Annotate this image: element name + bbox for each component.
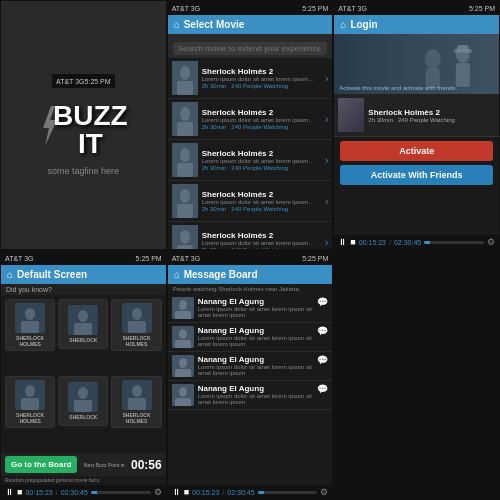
player-progress-bar[interactable] [424,241,484,244]
duration-4: 2h 30min [202,247,227,249]
movie-title-2: Sherlock Holmés 2 [202,149,321,158]
movie-desc-3: Lorem ipsum dolor sit amet lorem ipsum… [202,199,321,205]
movie-thumbnail-4 [172,225,198,249]
grid-movie-item-4[interactable]: SHERLOCK [58,376,108,426]
reply-icon-1[interactable]: 💬 [317,326,328,336]
message-name-2: Nanang El Agung [198,355,314,364]
svg-point-28 [25,308,35,320]
time-text: 5:25 PM [302,5,328,12]
svg-rect-29 [21,321,39,333]
pause-icon[interactable]: ⏸ [338,237,347,247]
pause-icon[interactable]: ⏸ [5,487,14,497]
login-header: ⌂ Login [334,15,499,34]
settings-icon[interactable]: ⚙ [487,237,495,247]
watching-4: 240 People Watching [231,247,288,249]
reply-icon-2[interactable]: 💬 [317,355,328,365]
stop-icon[interactable]: ■ [17,487,22,497]
message-player-bar: ⏸ ■ 00:15:23 / 02:30:45 ⚙ [168,485,333,499]
buzzit-tagline: some tagline here [39,166,128,176]
movie-arrow-icon-2: › [325,155,328,166]
svg-point-52 [179,358,187,368]
duration-0: 2h 30min [202,83,227,89]
login-player-bar: ⏸ ■ 00:15:23 / 02:30:45 ⚙ [334,235,499,249]
svg-point-37 [25,385,35,397]
time-separator: / [389,239,391,246]
grid-movie-item-2[interactable]: SHERLOCK HOLMES [111,299,161,351]
home-icon: ⌂ [340,19,346,30]
movie-list-item[interactable]: Sherlock Holmés 2 Lorem ipsum dolor sit … [168,181,333,222]
player-progress-bar[interactable] [258,491,318,494]
player-total-time: 02:30:45 [394,239,421,246]
message-avatar-1 [172,326,194,348]
svg-rect-32 [74,323,92,335]
svg-rect-6 [177,122,193,136]
select-movie-panel: AT&T 3G 5:25 PM ⌂ Select Movie Sherlock … [167,0,334,250]
stop-icon[interactable]: ■ [350,237,355,247]
movie-list-item[interactable]: Sherlock Holmés 2 Lorem ipsum dolor sit … [168,99,333,140]
movie-info-1: Sherlock Holmés 2 Lorem ipsum dolor sit … [202,108,321,130]
next-buzz-label: Next Buzz Point in [80,462,128,468]
svg-rect-24 [456,63,470,87]
movie-list-item[interactable]: Sherlock Holmés 2 Lorem ipsum dolor sit … [168,58,333,99]
message-text-3: Lorem ipsum dolor sit amet lorem ipsum s… [198,393,314,405]
duration-1: 2h 30min [202,124,227,130]
movie-grid: SHERLOCK HOLMES SHERLOCK SHERLOCK HOLMES [1,295,166,453]
svg-rect-15 [177,245,193,249]
svg-rect-41 [74,400,92,412]
time-text: 5:25 PM [85,78,111,85]
movie-thumbnail-2 [172,143,198,177]
home-icon: ⌂ [174,19,180,30]
svg-rect-38 [21,398,39,410]
grid-movie-title-5: SHERLOCK HOLMES [115,412,157,424]
movie-list-item[interactable]: Sherlock Holmés 2 Lorem ipsum dolor sit … [168,222,333,249]
login-movie-info: Sherlock Holmés 2 2h 30min 240 People Wa… [368,108,455,123]
svg-point-40 [78,387,88,399]
svg-point-11 [180,189,190,203]
settings-icon[interactable]: ⚙ [320,487,328,497]
activate-button[interactable]: Activate [340,141,493,161]
time-text: 5:25 PM [302,255,328,262]
login-movie-card: Sherlock Holmés 2 2h 30min 240 People Wa… [334,94,499,137]
buzz-text: BUZZ [53,102,128,130]
login-movie-meta: 2h 30min 240 People Watching [368,117,455,123]
login-hero-caption: Activate this movie and activate with fr… [339,85,457,91]
grid-movie-title-3: SHERLOCK HOLMES [9,412,51,424]
grid-movie-title-0: SHERLOCK HOLMES [9,335,51,347]
svg-point-34 [132,308,142,320]
carrier-text: AT&T 3G [338,5,367,12]
player-progress-bar[interactable] [91,491,151,494]
activate-friends-button[interactable]: Activate With Friends [340,165,493,185]
grid-movie-item-0[interactable]: SHERLOCK HOLMES [5,299,55,351]
svg-rect-3 [177,81,193,95]
svg-rect-50 [175,340,191,348]
message-list: Nanang El Agung Lorem ipsum dolor sit am… [168,294,333,485]
buzzit-logo-text: BUZZ IT [53,102,128,158]
default-screen-title: Default Screen [17,269,87,280]
movie-arrow-icon-1: › [325,114,328,125]
grid-movie-item-3[interactable]: SHERLOCK HOLMES [5,376,55,428]
player-progress-fill [258,491,264,494]
search-input[interactable] [173,42,328,55]
home-icon: ⌂ [174,269,180,280]
movie-list-item[interactable]: Sherlock Holmés 2 Lorem ipsum dolor sit … [168,140,333,181]
movie-info-2: Sherlock Holmés 2 Lorem ipsum dolor sit … [202,149,321,171]
grid-movie-item-1[interactable]: SHERLOCK [58,299,108,349]
reply-icon-3[interactable]: 💬 [317,384,328,394]
svg-point-55 [179,387,187,397]
reply-icon-0[interactable]: 💬 [317,297,328,307]
svg-rect-12 [177,204,193,218]
svg-rect-44 [128,398,146,410]
select-movie-header: ⌂ Select Movie [168,15,333,34]
message-avatar-2 [172,355,194,377]
player-progress-fill [424,241,430,244]
player-current-time: 00:15:23 [25,489,52,496]
message-content-0: Nanang El Agung Lorem ipsum dolor sit am… [198,297,314,318]
grid-movie-item-5[interactable]: SHERLOCK HOLMES [111,376,161,428]
go-to-board-button[interactable]: Go to the Board [5,456,77,473]
svg-rect-53 [175,369,191,377]
message-content-1: Nanang El Agung Lorem ipsum dolor sit am… [198,326,314,347]
stop-icon[interactable]: ■ [184,487,189,497]
message-text-0: Lorem ipsum dolor sit amet lorem ipsum s… [198,306,314,318]
pause-icon[interactable]: ⏸ [172,487,181,497]
settings-icon[interactable]: ⚙ [154,487,162,497]
